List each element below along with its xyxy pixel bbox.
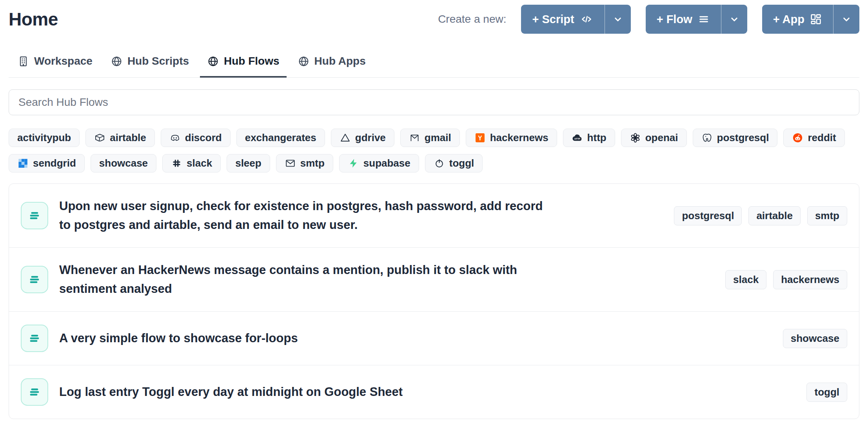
code-icon — [579, 13, 594, 25]
tab-workspace[interactable]: Workspace — [10, 50, 100, 78]
flow-icon — [21, 266, 48, 293]
sendgrid-icon — [17, 158, 29, 169]
flow-list-item[interactable]: Log last entry Toggl every day at midnig… — [9, 365, 859, 419]
filter-tag-reddit[interactable]: reddit — [783, 129, 844, 147]
filter-tag-label: postgresql — [717, 132, 769, 144]
tab-label: Workspace — [34, 55, 93, 67]
tab-label: Hub Apps — [314, 55, 366, 67]
filter-tag-label: supabase — [363, 157, 410, 169]
discord-icon — [169, 132, 181, 143]
filter-tag-label: toggl — [449, 157, 474, 169]
building-icon — [17, 55, 29, 67]
filter-tag-sendgrid[interactable]: sendgrid — [9, 154, 85, 172]
new-flow-dropdown-button[interactable] — [721, 5, 747, 34]
filter-tag-label: slack — [187, 157, 212, 169]
filter-tag-label: showcase — [99, 157, 148, 169]
flow-row-icon — [27, 330, 42, 346]
filter-tag-list: activitypubairtablediscordexchangeratesg… — [9, 129, 859, 172]
gmail-icon — [409, 132, 420, 143]
page-header: Home Create a new: + Script+ Flow+ App — [9, 5, 859, 34]
search-input[interactable] — [9, 89, 859, 115]
flow-title: Upon new user signup, check for existenc… — [59, 197, 557, 234]
filter-tag-slack[interactable]: slack — [162, 154, 221, 172]
flow-badge-toggl: toggl — [806, 383, 847, 402]
flow-badge-postgresql: postgresql — [674, 206, 742, 225]
filter-tag-postgresql[interactable]: postgresql — [693, 129, 778, 147]
filter-tag-label: gmail — [425, 132, 451, 144]
new-script-button[interactable]: + Script — [521, 5, 605, 34]
home-page: Home Create a new: + Script+ Flow+ App W… — [0, 0, 868, 419]
create-new-label: Create a new: — [438, 13, 506, 25]
new-app-dropdown-button[interactable] — [833, 5, 859, 34]
filter-tag-showcase[interactable]: showcase — [91, 154, 156, 172]
flow-badge-showcase: showcase — [783, 329, 847, 348]
filter-tag-openai[interactable]: openai — [621, 129, 687, 147]
search-wrap — [9, 89, 859, 115]
flow-badges: showcase — [783, 329, 847, 348]
flow-title: A very simple flow to showcase for-loops — [59, 329, 298, 348]
filter-tag-http[interactable]: HTTPhttp — [563, 129, 615, 147]
filter-tag-gdrive[interactable]: gdrive — [331, 129, 394, 147]
filter-tag-hackernews[interactable]: Yhackernews — [466, 129, 557, 147]
flow-list-item[interactable]: A very simple flow to showcase for-loops… — [9, 311, 859, 365]
new-script-split-button: + Script — [521, 5, 630, 34]
tab-label: Hub Flows — [224, 55, 280, 67]
flow-list-item[interactable]: Whenever an HackerNews message contains … — [9, 247, 859, 311]
filter-tag-supabase[interactable]: supabase — [339, 154, 419, 172]
flow-badge-slack: slack — [725, 270, 766, 289]
filter-tag-label: exchangerates — [245, 132, 316, 144]
flow-row-icon — [27, 272, 42, 287]
flow-badge-airtable: airtable — [748, 206, 801, 225]
filter-tag-label: sendgrid — [33, 157, 76, 169]
filter-tag-airtable[interactable]: airtable — [85, 129, 155, 147]
globe-icon — [207, 55, 219, 67]
hackernews-icon: Y — [474, 132, 486, 143]
new-script-dropdown-button[interactable] — [605, 5, 631, 34]
filter-tag-label: airtable — [110, 132, 146, 144]
filter-tag-label: smtp — [300, 157, 325, 169]
postgresql-icon — [701, 132, 713, 143]
flow-badges: slackhackernews — [725, 270, 847, 289]
new-flow-split-button: + Flow — [646, 5, 747, 34]
supabase-icon — [348, 158, 359, 169]
new-app-button[interactable]: + App — [762, 5, 833, 34]
flow-list-item[interactable]: Upon new user signup, check for existenc… — [9, 184, 859, 247]
toggl-icon — [434, 158, 445, 169]
openai-icon — [630, 132, 641, 143]
flow-list: Upon new user signup, check for existenc… — [9, 183, 859, 419]
filter-tag-gmail[interactable]: gmail — [400, 129, 460, 147]
flow-icon — [21, 325, 48, 352]
flow-icon — [21, 378, 48, 406]
filter-tag-discord[interactable]: discord — [161, 129, 231, 147]
flow-badges: toggl — [806, 383, 847, 402]
flow-title: Log last entry Toggl every day at midnig… — [59, 383, 403, 401]
grid-icon — [810, 13, 822, 25]
new-flow-button[interactable]: + Flow — [646, 5, 721, 34]
tab-bar: WorkspaceHub ScriptsHub FlowsHub Apps — [9, 50, 859, 78]
filter-tag-exchangerates[interactable]: exchangerates — [236, 129, 325, 147]
chevron-down-icon — [728, 13, 740, 25]
filter-tag-label: activitypub — [17, 132, 71, 144]
filter-tag-label: hackernews — [490, 132, 548, 144]
http-icon: HTTP — [572, 132, 583, 143]
flow-badge-smtp: smtp — [807, 206, 847, 225]
chevron-down-icon — [612, 13, 624, 25]
globe-icon — [298, 55, 310, 67]
filter-tag-activitypub[interactable]: activitypub — [9, 129, 80, 147]
tab-hub-scripts[interactable]: Hub Scripts — [104, 50, 196, 78]
page-title: Home — [9, 9, 58, 30]
filter-tag-smtp[interactable]: smtp — [276, 154, 333, 172]
tab-hub-flows[interactable]: Hub Flows — [200, 50, 287, 78]
tab-label: Hub Scripts — [127, 55, 189, 67]
button-label: + Script — [532, 13, 574, 26]
bars-icon — [697, 13, 710, 25]
create-buttons: + Script+ Flow+ App — [521, 5, 859, 34]
filter-tag-label: openai — [645, 132, 678, 144]
button-label: + Flow — [657, 13, 692, 26]
filter-tag-sleep[interactable]: sleep — [227, 154, 270, 172]
filter-tag-label: http — [587, 132, 607, 144]
chevron-down-icon — [841, 13, 852, 25]
tab-hub-apps[interactable]: Hub Apps — [291, 50, 373, 78]
filter-tag-label: discord — [185, 132, 222, 144]
filter-tag-toggl[interactable]: toggl — [425, 154, 483, 172]
